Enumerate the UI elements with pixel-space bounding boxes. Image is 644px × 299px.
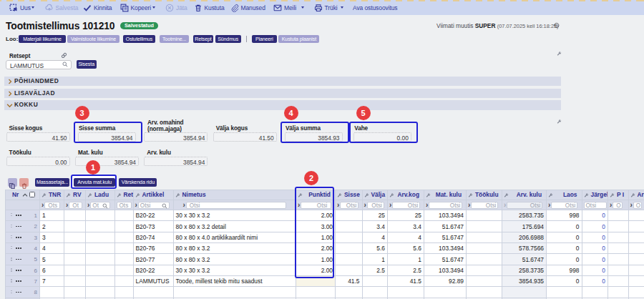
svg-text:5: 5 — [555, 24, 557, 27]
